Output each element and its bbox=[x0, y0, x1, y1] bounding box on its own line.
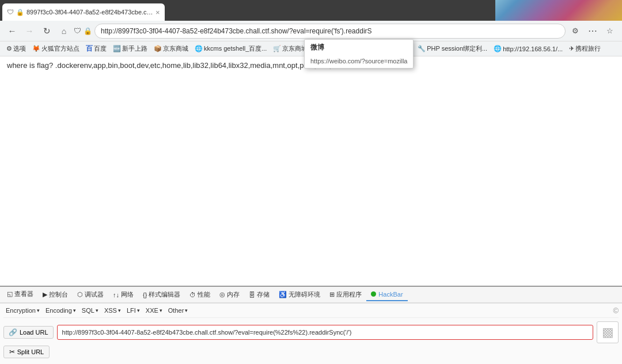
load-url-button[interactable]: 🔗 Load URL bbox=[3, 326, 54, 339]
bm-options-icon: ⚙ bbox=[6, 45, 12, 52]
dt-console-label: 控制台 bbox=[49, 290, 68, 299]
menu-sql[interactable]: SQL ▾ bbox=[79, 306, 101, 315]
dt-network-icon: ↑↓ bbox=[113, 291, 119, 298]
extensions-button[interactable]: ⚙ bbox=[568, 24, 583, 39]
tab-title: 8997f3c0-3f04-4407-8a52-e8f24b473cbe.cha… bbox=[26, 9, 153, 16]
bm-trip-icon: ✈ bbox=[569, 45, 574, 52]
bm-jd1-icon: 📦 bbox=[154, 45, 162, 52]
bm-local-label: http://192.168.56.1/... bbox=[503, 46, 563, 52]
bm-trip[interactable]: ✈ 携程旅行 bbox=[566, 43, 604, 54]
url-input[interactable] bbox=[94, 24, 566, 39]
dt-memory[interactable]: ◎ 内存 bbox=[215, 288, 244, 301]
dt-a11y-icon: ♿ bbox=[279, 291, 287, 298]
active-tab[interactable]: 🛡 🔒 8997f3c0-3f04-4407-8a52-e8f24b473cbe… bbox=[2, 3, 165, 21]
dt-network[interactable]: ↑↓ 网络 bbox=[108, 288, 138, 301]
bm-php[interactable]: 🔧 PHP session绑定利... bbox=[415, 43, 490, 54]
menu-encoding[interactable]: Encoding ▾ bbox=[43, 306, 78, 315]
dt-style-label: 样式编辑器 bbox=[149, 290, 180, 299]
bm-baidu-label: 百度 bbox=[94, 44, 107, 53]
dt-inspector[interactable]: ◱ 查看器 bbox=[2, 287, 38, 302]
dt-app-label: 应用程序 bbox=[336, 290, 362, 299]
menu-sql-arrow: ▾ bbox=[96, 308, 98, 313]
bm-fox-label: 火狐官方站点 bbox=[41, 44, 79, 53]
dt-storage-icon: 🗄 bbox=[249, 291, 255, 298]
dt-mem-icon: ◎ bbox=[219, 291, 225, 298]
hackbar-url-input[interactable] bbox=[57, 325, 593, 340]
bm-local-icon: 🌐 bbox=[494, 45, 502, 52]
reload-button[interactable]: ↻ bbox=[39, 24, 54, 39]
dt-application[interactable]: ⊞ 应用程序 bbox=[325, 288, 366, 301]
bm-jd1-label: 京东商城 bbox=[163, 44, 188, 53]
bm-newbie-icon: 🆕 bbox=[113, 45, 121, 52]
dt-console-icon: ▶ bbox=[43, 291, 47, 298]
bm-kkcms-icon: 🌐 bbox=[195, 45, 203, 52]
menu-encryption[interactable]: Encryption ▾ bbox=[3, 306, 42, 315]
url-bar-shield-icon: 🛡 bbox=[74, 26, 81, 35]
dt-a11y-label: 无障碍环境 bbox=[289, 290, 320, 299]
dt-hackbar[interactable]: HackBar bbox=[366, 289, 407, 301]
menu-xss[interactable]: XSS ▾ bbox=[102, 306, 123, 315]
browser-top-right-decoration bbox=[495, 0, 622, 21]
load-url-icon: 🔗 bbox=[9, 328, 17, 336]
qr-code-icon: ▩ bbox=[597, 321, 619, 343]
dt-inspector-label: 查看器 bbox=[14, 290, 33, 298]
dt-network-label: 网络 bbox=[121, 290, 134, 299]
tab-shield-icon: 🛡 bbox=[7, 8, 14, 16]
bm-baidu[interactable]: 百 百度 bbox=[83, 43, 109, 55]
dt-style[interactable]: {} 样式编辑器 bbox=[138, 288, 185, 301]
menu-lfi[interactable]: LFI ▾ bbox=[124, 306, 142, 315]
dt-debugger-label: 调试器 bbox=[85, 290, 104, 299]
forward-button[interactable]: → bbox=[22, 24, 37, 39]
dt-mem-label: 内存 bbox=[227, 290, 240, 299]
menu-other-arrow: ▾ bbox=[185, 308, 188, 313]
dt-console[interactable]: ▶ 控制台 bbox=[38, 288, 73, 301]
dt-debugger-icon: ⬡ bbox=[77, 291, 83, 298]
dt-storage-label: 存储 bbox=[257, 290, 270, 299]
menu-other[interactable]: Other ▾ bbox=[166, 306, 191, 315]
dt-perf-icon: ⏱ bbox=[189, 291, 196, 298]
bm-fox-icon: 🦊 bbox=[32, 45, 40, 52]
menu-encoding-arrow: ▾ bbox=[73, 308, 76, 313]
bookmark-button[interactable]: ☆ bbox=[602, 24, 617, 39]
tooltip-title: 微博 bbox=[305, 40, 413, 55]
menu-encryption-label: Encryption bbox=[6, 307, 36, 314]
menu-lfi-arrow: ▾ bbox=[137, 308, 140, 313]
more-button[interactable]: ⋯ bbox=[585, 24, 600, 39]
load-url-label: Load URL bbox=[20, 329, 48, 336]
bm-options[interactable]: ⚙ 选项 bbox=[3, 43, 29, 54]
bm-local[interactable]: 🌐 http://192.168.56.1/... bbox=[491, 44, 566, 54]
back-button[interactable]: ← bbox=[5, 24, 20, 39]
bm-php-icon: 🔧 bbox=[418, 45, 426, 52]
menu-lfi-label: LFI bbox=[127, 307, 136, 314]
bm-php-label: PHP session绑定利... bbox=[427, 44, 487, 53]
bm-trip-label: 携程旅行 bbox=[575, 44, 601, 53]
bm-kkcms[interactable]: 🌐 kkcms getshell_百度... bbox=[192, 43, 270, 54]
menu-xss-arrow: ▾ bbox=[118, 308, 121, 313]
menu-sql-label: SQL bbox=[82, 307, 94, 314]
tab-close-btn[interactable]: × bbox=[156, 8, 160, 17]
dt-performance[interactable]: ⏱ 性能 bbox=[185, 288, 215, 301]
dt-accessibility[interactable]: ♿ 无障碍环境 bbox=[274, 288, 325, 301]
menu-other-label: Other bbox=[168, 307, 184, 314]
home-button[interactable]: ⌂ bbox=[56, 24, 71, 39]
bm-newbie[interactable]: 🆕 新手上路 bbox=[110, 43, 150, 54]
hackbar-menu-row: Encryption ▾ Encoding ▾ SQL ▾ XSS ▾ LFI … bbox=[3, 306, 619, 318]
dt-debugger[interactable]: ⬡ 调试器 bbox=[73, 288, 108, 301]
bm-jd1[interactable]: 📦 京东商城 bbox=[151, 43, 191, 54]
bm-fox[interactable]: 🦊 火狐官方站点 bbox=[29, 43, 82, 54]
bm-options-label: 选项 bbox=[13, 44, 26, 53]
menu-xxe-arrow: ▾ bbox=[160, 308, 162, 313]
dt-app-icon: ⊞ bbox=[329, 291, 335, 298]
tooltip-popup: 微博 https://weibo.com/?source=mozilla bbox=[304, 39, 414, 69]
bm-kkcms-label: kkcms getshell_百度... bbox=[204, 44, 267, 53]
dt-storage[interactable]: 🗄 存储 bbox=[244, 288, 274, 301]
split-url-button[interactable]: ✂ Split URL bbox=[3, 346, 50, 358]
bm-newbie-label: 新手上路 bbox=[122, 44, 147, 53]
split-url-label: Split URL bbox=[17, 348, 44, 355]
tab-bar: 🛡 🔒 8997f3c0-3f04-4407-8a52-e8f24b473cbe… bbox=[0, 0, 622, 21]
menu-xxe[interactable]: XXE ▾ bbox=[143, 306, 165, 315]
hackbar-split-row: ✂ Split URL bbox=[3, 346, 619, 358]
split-url-icon: ✂ bbox=[9, 348, 15, 356]
tab-lock-icon: 🔒 bbox=[16, 9, 24, 16]
menu-encoding-label: Encoding bbox=[45, 307, 72, 314]
